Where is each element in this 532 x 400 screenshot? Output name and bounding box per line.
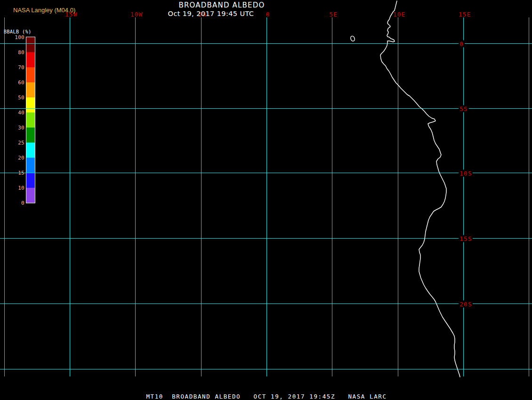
island-outline xyxy=(350,35,355,41)
colorbar-tick-30: 30 xyxy=(0,125,24,131)
colorbar-tick-70: 70 xyxy=(0,64,24,71)
footer-caption: MT10 BROADBAND ALBEDO OCT 19, 2017 19:45… xyxy=(146,393,387,400)
colorbar-tick-40: 40 xyxy=(0,110,24,116)
colorbar-tick-20: 20 xyxy=(0,155,24,161)
lon-label-10E: 10E xyxy=(393,11,405,18)
lon-label-0: 0 xyxy=(266,11,270,18)
page-title: BROADBAND ALBEDO xyxy=(178,1,265,9)
timestamp-subtitle: Oct 19, 2017 19:45 UTC xyxy=(168,10,254,17)
lat-label-20S: 20S xyxy=(459,301,473,308)
lat-label-0: 0 xyxy=(459,40,465,48)
colorbar-tick-10: 10 xyxy=(0,185,24,191)
source-version-label: NASA Langley (M04.0) xyxy=(13,7,75,14)
coastline-path xyxy=(380,1,460,377)
lat-label-10S: 10S xyxy=(459,170,473,177)
colorbar-tick-25: 25 xyxy=(0,140,24,146)
lat-label-5S: 5S xyxy=(459,105,469,112)
colorbar-title: BBALB (%) xyxy=(4,29,32,34)
colorbar-tick-0: 0 xyxy=(0,200,24,206)
colorbar-tick-100: 100 xyxy=(0,34,24,40)
app: NASA Langley (M04.0) BROADBAND ALBEDO Oc… xyxy=(0,0,532,400)
lon-label-5E: 5E xyxy=(329,11,338,18)
colorbar-tick-15: 15 xyxy=(0,170,24,176)
colorbar-tick-80: 80 xyxy=(0,49,24,56)
colorbar-tick-60: 60 xyxy=(0,80,24,86)
lat-label-15S: 15S xyxy=(459,235,473,242)
map-svg xyxy=(0,0,532,400)
lon-label-10W: 10W xyxy=(130,11,143,18)
colorbar-tick-50: 50 xyxy=(0,95,24,101)
lon-label-15E: 15E xyxy=(459,11,471,18)
